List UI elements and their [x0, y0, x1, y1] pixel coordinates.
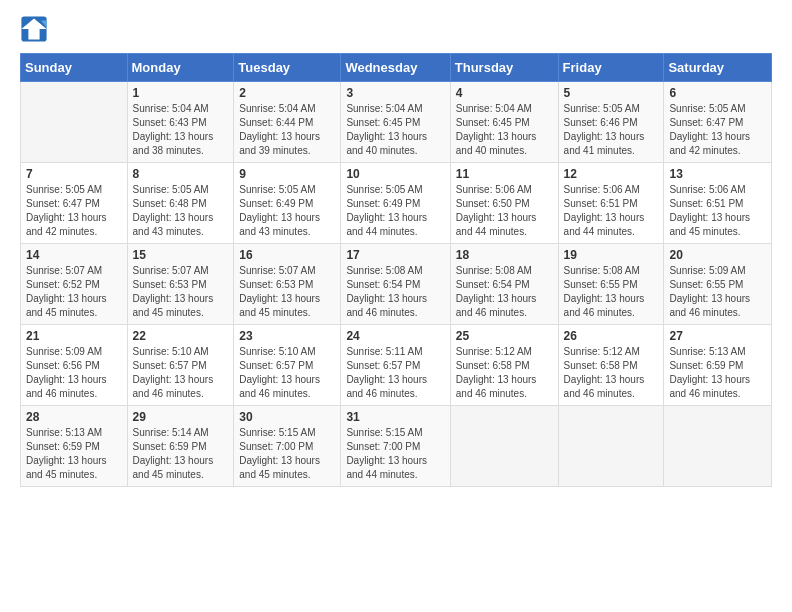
calendar-cell: 19Sunrise: 5:08 AMSunset: 6:55 PMDayligh…	[558, 244, 664, 325]
day-number: 19	[564, 248, 659, 262]
logo-icon	[20, 15, 48, 43]
day-info: Sunrise: 5:08 AMSunset: 6:54 PMDaylight:…	[346, 264, 444, 320]
day-info: Sunrise: 5:08 AMSunset: 6:54 PMDaylight:…	[456, 264, 553, 320]
calendar-week-4: 21Sunrise: 5:09 AMSunset: 6:56 PMDayligh…	[21, 325, 772, 406]
calendar-cell: 2Sunrise: 5:04 AMSunset: 6:44 PMDaylight…	[234, 82, 341, 163]
calendar-table: SundayMondayTuesdayWednesdayThursdayFrid…	[20, 53, 772, 487]
weekday-header-friday: Friday	[558, 54, 664, 82]
day-info: Sunrise: 5:07 AMSunset: 6:53 PMDaylight:…	[133, 264, 229, 320]
calendar-cell: 7Sunrise: 5:05 AMSunset: 6:47 PMDaylight…	[21, 163, 128, 244]
calendar-cell: 30Sunrise: 5:15 AMSunset: 7:00 PMDayligh…	[234, 406, 341, 487]
calendar-cell: 16Sunrise: 5:07 AMSunset: 6:53 PMDayligh…	[234, 244, 341, 325]
calendar-week-5: 28Sunrise: 5:13 AMSunset: 6:59 PMDayligh…	[21, 406, 772, 487]
day-info: Sunrise: 5:04 AMSunset: 6:43 PMDaylight:…	[133, 102, 229, 158]
calendar-cell: 1Sunrise: 5:04 AMSunset: 6:43 PMDaylight…	[127, 82, 234, 163]
day-number: 8	[133, 167, 229, 181]
weekday-header-monday: Monday	[127, 54, 234, 82]
day-info: Sunrise: 5:06 AMSunset: 6:51 PMDaylight:…	[669, 183, 766, 239]
day-info: Sunrise: 5:07 AMSunset: 6:53 PMDaylight:…	[239, 264, 335, 320]
calendar-cell: 18Sunrise: 5:08 AMSunset: 6:54 PMDayligh…	[450, 244, 558, 325]
day-info: Sunrise: 5:15 AMSunset: 7:00 PMDaylight:…	[239, 426, 335, 482]
day-number: 10	[346, 167, 444, 181]
day-info: Sunrise: 5:04 AMSunset: 6:44 PMDaylight:…	[239, 102, 335, 158]
day-number: 11	[456, 167, 553, 181]
day-number: 21	[26, 329, 122, 343]
day-number: 9	[239, 167, 335, 181]
calendar-cell: 13Sunrise: 5:06 AMSunset: 6:51 PMDayligh…	[664, 163, 772, 244]
day-info: Sunrise: 5:11 AMSunset: 6:57 PMDaylight:…	[346, 345, 444, 401]
day-number: 27	[669, 329, 766, 343]
day-number: 31	[346, 410, 444, 424]
weekday-header-wednesday: Wednesday	[341, 54, 450, 82]
header	[20, 15, 772, 43]
calendar-cell: 22Sunrise: 5:10 AMSunset: 6:57 PMDayligh…	[127, 325, 234, 406]
calendar-cell: 12Sunrise: 5:06 AMSunset: 6:51 PMDayligh…	[558, 163, 664, 244]
day-number: 7	[26, 167, 122, 181]
weekday-header-tuesday: Tuesday	[234, 54, 341, 82]
day-number: 2	[239, 86, 335, 100]
calendar-cell: 10Sunrise: 5:05 AMSunset: 6:49 PMDayligh…	[341, 163, 450, 244]
day-number: 1	[133, 86, 229, 100]
day-number: 25	[456, 329, 553, 343]
calendar-cell: 3Sunrise: 5:04 AMSunset: 6:45 PMDaylight…	[341, 82, 450, 163]
day-number: 29	[133, 410, 229, 424]
day-number: 12	[564, 167, 659, 181]
day-number: 14	[26, 248, 122, 262]
day-number: 23	[239, 329, 335, 343]
day-info: Sunrise: 5:14 AMSunset: 6:59 PMDaylight:…	[133, 426, 229, 482]
weekday-header-thursday: Thursday	[450, 54, 558, 82]
calendar-cell: 8Sunrise: 5:05 AMSunset: 6:48 PMDaylight…	[127, 163, 234, 244]
day-info: Sunrise: 5:05 AMSunset: 6:49 PMDaylight:…	[346, 183, 444, 239]
calendar-cell: 26Sunrise: 5:12 AMSunset: 6:58 PMDayligh…	[558, 325, 664, 406]
calendar-header-row: SundayMondayTuesdayWednesdayThursdayFrid…	[21, 54, 772, 82]
logo	[20, 15, 50, 43]
calendar-cell: 23Sunrise: 5:10 AMSunset: 6:57 PMDayligh…	[234, 325, 341, 406]
calendar-week-3: 14Sunrise: 5:07 AMSunset: 6:52 PMDayligh…	[21, 244, 772, 325]
day-number: 3	[346, 86, 444, 100]
day-number: 6	[669, 86, 766, 100]
day-number: 5	[564, 86, 659, 100]
day-number: 18	[456, 248, 553, 262]
day-info: Sunrise: 5:15 AMSunset: 7:00 PMDaylight:…	[346, 426, 444, 482]
day-number: 30	[239, 410, 335, 424]
calendar-cell: 20Sunrise: 5:09 AMSunset: 6:55 PMDayligh…	[664, 244, 772, 325]
day-number: 16	[239, 248, 335, 262]
calendar-cell: 15Sunrise: 5:07 AMSunset: 6:53 PMDayligh…	[127, 244, 234, 325]
day-number: 4	[456, 86, 553, 100]
calendar-cell: 17Sunrise: 5:08 AMSunset: 6:54 PMDayligh…	[341, 244, 450, 325]
day-number: 22	[133, 329, 229, 343]
day-info: Sunrise: 5:05 AMSunset: 6:47 PMDaylight:…	[26, 183, 122, 239]
calendar-cell: 31Sunrise: 5:15 AMSunset: 7:00 PMDayligh…	[341, 406, 450, 487]
calendar-cell	[664, 406, 772, 487]
day-info: Sunrise: 5:05 AMSunset: 6:47 PMDaylight:…	[669, 102, 766, 158]
day-info: Sunrise: 5:05 AMSunset: 6:49 PMDaylight:…	[239, 183, 335, 239]
day-number: 24	[346, 329, 444, 343]
day-number: 28	[26, 410, 122, 424]
calendar-cell	[558, 406, 664, 487]
calendar-week-1: 1Sunrise: 5:04 AMSunset: 6:43 PMDaylight…	[21, 82, 772, 163]
calendar-cell: 11Sunrise: 5:06 AMSunset: 6:50 PMDayligh…	[450, 163, 558, 244]
weekday-header-saturday: Saturday	[664, 54, 772, 82]
calendar-cell: 4Sunrise: 5:04 AMSunset: 6:45 PMDaylight…	[450, 82, 558, 163]
day-info: Sunrise: 5:09 AMSunset: 6:56 PMDaylight:…	[26, 345, 122, 401]
day-info: Sunrise: 5:05 AMSunset: 6:48 PMDaylight:…	[133, 183, 229, 239]
calendar-cell: 28Sunrise: 5:13 AMSunset: 6:59 PMDayligh…	[21, 406, 128, 487]
day-info: Sunrise: 5:07 AMSunset: 6:52 PMDaylight:…	[26, 264, 122, 320]
calendar-cell: 27Sunrise: 5:13 AMSunset: 6:59 PMDayligh…	[664, 325, 772, 406]
day-info: Sunrise: 5:12 AMSunset: 6:58 PMDaylight:…	[456, 345, 553, 401]
calendar-cell: 21Sunrise: 5:09 AMSunset: 6:56 PMDayligh…	[21, 325, 128, 406]
calendar-cell	[21, 82, 128, 163]
day-info: Sunrise: 5:13 AMSunset: 6:59 PMDaylight:…	[669, 345, 766, 401]
day-info: Sunrise: 5:13 AMSunset: 6:59 PMDaylight:…	[26, 426, 122, 482]
day-info: Sunrise: 5:04 AMSunset: 6:45 PMDaylight:…	[346, 102, 444, 158]
day-info: Sunrise: 5:10 AMSunset: 6:57 PMDaylight:…	[133, 345, 229, 401]
calendar-cell: 14Sunrise: 5:07 AMSunset: 6:52 PMDayligh…	[21, 244, 128, 325]
day-number: 26	[564, 329, 659, 343]
calendar-body: 1Sunrise: 5:04 AMSunset: 6:43 PMDaylight…	[21, 82, 772, 487]
day-info: Sunrise: 5:06 AMSunset: 6:51 PMDaylight:…	[564, 183, 659, 239]
day-info: Sunrise: 5:06 AMSunset: 6:50 PMDaylight:…	[456, 183, 553, 239]
day-info: Sunrise: 5:05 AMSunset: 6:46 PMDaylight:…	[564, 102, 659, 158]
calendar-cell: 6Sunrise: 5:05 AMSunset: 6:47 PMDaylight…	[664, 82, 772, 163]
calendar-week-2: 7Sunrise: 5:05 AMSunset: 6:47 PMDaylight…	[21, 163, 772, 244]
calendar-cell	[450, 406, 558, 487]
